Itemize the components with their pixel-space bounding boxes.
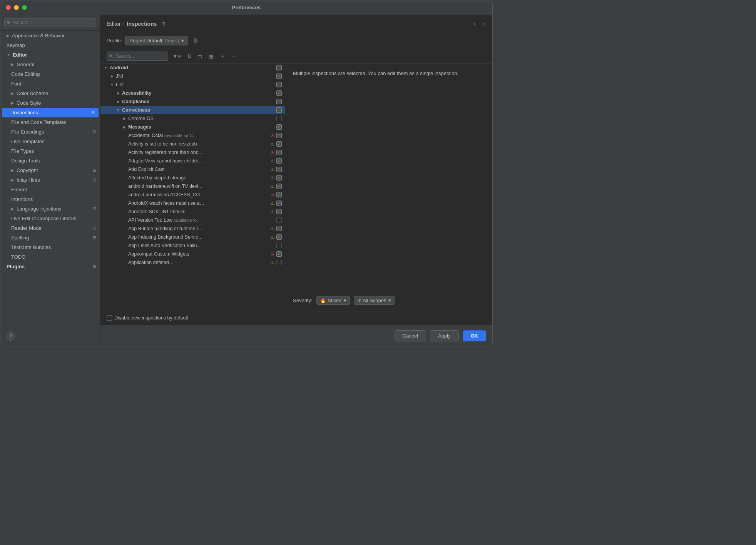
insp-checkbox[interactable] bbox=[276, 209, 282, 214]
nav-back-button[interactable]: ‹ bbox=[472, 20, 477, 28]
insp-item-app-bundle[interactable]: ▶ App Bundle handling of runtime l… ⚠ bbox=[100, 224, 285, 233]
sidebar-item-color-scheme[interactable]: ▶ Color Scheme bbox=[0, 89, 100, 98]
nav-forward-button[interactable]: › bbox=[481, 20, 486, 28]
sidebar-item-spelling[interactable]: Spelling ⊟ bbox=[0, 233, 100, 242]
insp-checkbox[interactable] bbox=[276, 141, 282, 147]
sidebar-item-design-tools[interactable]: Design Tools bbox=[0, 156, 100, 166]
insp-checkbox[interactable] bbox=[276, 260, 282, 265]
insp-item-activity-registered[interactable]: ▶ Activity registered more than onc… ⊘ bbox=[100, 148, 285, 157]
insp-item-messages[interactable]: ▶ Messages bbox=[100, 123, 285, 131]
profile-dropdown[interactable]: Project Default Project ▾ bbox=[125, 36, 188, 45]
insp-checkbox-jni[interactable] bbox=[276, 74, 282, 79]
severity-dropdown[interactable]: 🔥 Mixed ▾ bbox=[316, 296, 350, 305]
sidebar-item-intentions[interactable]: Intentions bbox=[0, 194, 100, 204]
insp-checkbox[interactable] bbox=[276, 184, 282, 189]
apply-button[interactable]: Apply bbox=[430, 330, 459, 341]
insp-item-hardware-wifi[interactable]: ▶ android.hardware.wifi on TV devi… ⚠ bbox=[100, 182, 285, 191]
insp-item-app-indexing[interactable]: ▶ App Indexing Background Servic… ⚠ bbox=[100, 233, 285, 241]
disable-inspections-checkbox[interactable] bbox=[107, 315, 112, 321]
group-button[interactable]: ▦ bbox=[207, 52, 216, 60]
insp-item-annotate-sdk[interactable]: ▶ Annotate SDK_INT checks ⚠ bbox=[100, 207, 285, 216]
insp-item-chromeos[interactable]: ▶ Chrome OS bbox=[100, 114, 285, 123]
insp-checkbox[interactable] bbox=[276, 192, 282, 197]
insp-item-android[interactable]: ▼ Android bbox=[100, 64, 285, 72]
sidebar-item-plugins[interactable]: Plugins ⊟ bbox=[0, 262, 100, 271]
insp-checkbox-messages[interactable] bbox=[276, 124, 282, 130]
insp-checkbox-correctness[interactable] bbox=[276, 107, 282, 113]
insp-checkbox[interactable] bbox=[276, 217, 282, 223]
sidebar-item-inlay-hints[interactable]: ▶ Inlay Hints ⊟ bbox=[0, 175, 100, 185]
sidebar-item-appearance[interactable]: ▶ Appearance & Behavior bbox=[0, 31, 100, 40]
sidebar-item-emmet[interactable]: Emmet bbox=[0, 185, 100, 194]
sidebar-item-file-code-templates[interactable]: File and Code Templates bbox=[0, 117, 100, 127]
insp-item-explicit-cast[interactable]: ▶ Add Explicit Cast ⚠ bbox=[100, 165, 285, 174]
insp-checkbox[interactable] bbox=[276, 234, 282, 240]
insp-item-api-version-low[interactable]: ▶ API Version Too Low (available fo… bbox=[100, 216, 285, 224]
insp-item-permission-access[interactable]: ▶ android.permission.ACCESS_CO… ⊘ bbox=[100, 191, 285, 199]
sidebar-item-file-encodings[interactable]: File Encodings ⊟ bbox=[0, 127, 100, 137]
profile-gear-button[interactable]: ⚙ bbox=[191, 35, 200, 46]
insp-checkbox[interactable] bbox=[276, 243, 282, 248]
insp-item-compliance[interactable]: ▶ Compliance bbox=[100, 97, 285, 106]
flame-icon: 🔥 bbox=[320, 298, 326, 303]
sidebar-item-file-types[interactable]: File Types bbox=[0, 146, 100, 156]
insp-checkbox[interactable] bbox=[276, 175, 282, 181]
sidebar-item-todo[interactable]: TODO bbox=[0, 252, 100, 262]
insp-checkbox[interactable] bbox=[276, 133, 282, 138]
scope-dropdown[interactable]: In All Scopes ▾ bbox=[354, 296, 395, 305]
sidebar-item-general[interactable]: ▶ General bbox=[0, 60, 100, 69]
sidebar-item-keymap[interactable]: Keymap bbox=[0, 40, 100, 50]
sidebar-item-language-injections[interactable]: ▶ Language Injections ⊟ bbox=[0, 204, 100, 214]
insp-item-appcompat-custom[interactable]: ▶ Appcompat Custom Widgets ⊘ bbox=[100, 250, 285, 258]
insp-item-scoped-storage[interactable]: ▶ Affected by scoped storage ⚠ bbox=[100, 174, 285, 182]
chevron-down-icon: ▾ bbox=[181, 38, 184, 43]
insp-checkbox[interactable] bbox=[276, 251, 282, 257]
expand-all-button[interactable]: ⇅ bbox=[185, 52, 194, 60]
filter-button[interactable]: ▼≡ bbox=[171, 52, 183, 60]
maximize-button[interactable] bbox=[22, 5, 27, 10]
help-button[interactable]: ? bbox=[7, 332, 15, 341]
sidebar-item-reader-mode[interactable]: Reader Mode ⊟ bbox=[0, 223, 100, 233]
insp-checkbox-android[interactable] bbox=[276, 65, 282, 70]
insp-item-jni[interactable]: ▶ JNI bbox=[100, 72, 285, 80]
sidebar-item-code-editing[interactable]: Code Editing bbox=[0, 69, 100, 79]
insp-checkbox[interactable] bbox=[276, 226, 282, 231]
insp-checkbox-lint[interactable] bbox=[276, 82, 282, 87]
inspection-search-input[interactable] bbox=[107, 52, 168, 61]
cancel-button[interactable]: Cancel bbox=[395, 330, 426, 341]
ok-button[interactable]: OK bbox=[463, 330, 487, 341]
add-button[interactable]: ＋ bbox=[218, 52, 227, 61]
insp-checkbox-accessibility[interactable] bbox=[276, 90, 282, 96]
close-button[interactable] bbox=[6, 5, 11, 10]
sidebar-item-textmate-bundles[interactable]: TextMate Bundles bbox=[0, 242, 100, 252]
insp-item-correctness[interactable]: ▼ Correctness bbox=[100, 106, 285, 114]
insp-checkbox-compliance[interactable] bbox=[276, 99, 282, 104]
insp-checkbox[interactable] bbox=[276, 150, 282, 155]
insp-item-lint[interactable]: ▼ Lint bbox=[100, 80, 285, 89]
insp-checkbox-chromeos[interactable] bbox=[276, 116, 282, 121]
insp-checkbox[interactable] bbox=[276, 167, 282, 172]
insp-item-activity-non-resize[interactable]: ▶ Activity is set to be non resizeab… ⚠ bbox=[100, 140, 285, 148]
sidebar-item-live-templates[interactable]: Live Templates bbox=[0, 137, 100, 146]
insp-item-app-links[interactable]: ▶ App Links Auto Verification Failu… bbox=[100, 241, 285, 250]
insp-checkbox[interactable] bbox=[276, 158, 282, 164]
sidebar-item-copyright[interactable]: ▶ Copyright ⊟ bbox=[0, 166, 100, 175]
remove-button[interactable]: － bbox=[229, 52, 239, 61]
insp-item-adapterview[interactable]: ▶ AdapterView cannot have childre… ⚠ bbox=[100, 157, 285, 165]
minimize-button[interactable] bbox=[14, 5, 19, 10]
sidebar-item-font[interactable]: Font bbox=[0, 79, 100, 89]
sidebar-item-editor[interactable]: ▼ Editor bbox=[0, 50, 100, 60]
insp-label: android.permission.ACCESS_CO… bbox=[128, 192, 268, 197]
disable-new-inspections-label[interactable]: Disable new inspections by default bbox=[107, 315, 188, 321]
sidebar-item-live-edit-compose[interactable]: Live Edit of Compose Literals bbox=[0, 214, 100, 223]
insp-item-androidx-watch[interactable]: ▶ AndroidX watch faces must use a… ⚠ bbox=[100, 199, 285, 207]
content-header: Editor › Inspections ⊟ ‹ › bbox=[100, 15, 492, 32]
collapse-all-button[interactable]: ⇆ bbox=[196, 52, 204, 60]
sidebar-item-inspections[interactable]: Inspections ⊟ bbox=[2, 108, 99, 117]
insp-item-accessibility[interactable]: ▶ Accessibility bbox=[100, 89, 285, 97]
sidebar-item-code-style[interactable]: ▶ Code Style bbox=[0, 98, 100, 108]
insp-checkbox[interactable] bbox=[276, 201, 282, 206]
insp-item-application-defined[interactable]: ▶ Application defined… ⚠ bbox=[100, 258, 285, 267]
sidebar-search-input[interactable] bbox=[4, 18, 96, 27]
insp-item-accidental-octal[interactable]: ▶ Accidental Octal (available for C… ⊘ bbox=[100, 131, 285, 140]
